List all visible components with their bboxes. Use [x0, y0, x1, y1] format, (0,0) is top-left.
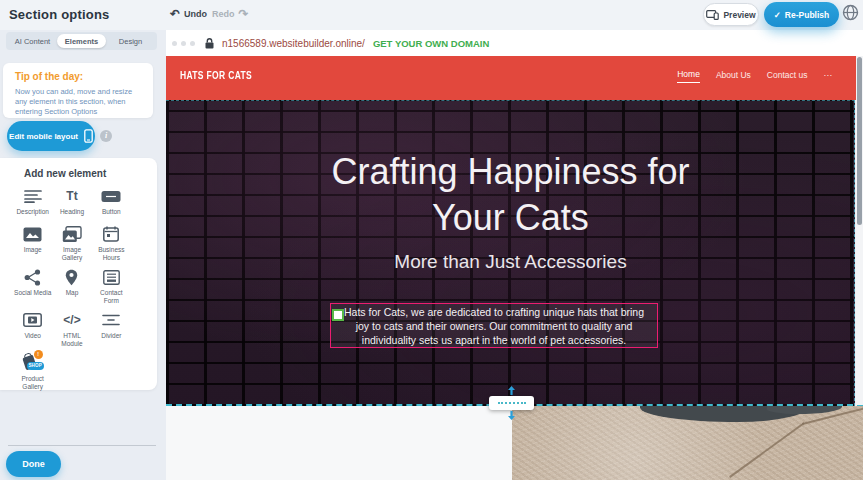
edit-mobile-layout-button[interactable]: Edit mobile layout — [7, 121, 95, 151]
browser-dot — [190, 41, 195, 46]
element-item-business-hours[interactable]: Business Hours — [92, 224, 131, 262]
element-label: HTML Module — [52, 332, 91, 348]
element-item-video[interactable]: Video — [13, 310, 52, 348]
top-bar: Section options ↶ Undo Redo ↷ Preview ✓ … — [0, 0, 863, 30]
edit-mobile-layout-label: Edit mobile layout — [9, 132, 78, 141]
site-nav: Home About Us Contact us ⋯ — [677, 69, 832, 83]
description-icon — [24, 186, 42, 206]
hero-title-line1: Crafting Happiness for — [166, 149, 855, 195]
drag-handle[interactable] — [332, 309, 344, 321]
preview-button[interactable]: Preview — [703, 3, 759, 26]
globe-icon — [842, 4, 859, 21]
nav-home[interactable]: Home — [677, 69, 700, 83]
tab-elements[interactable]: Elements — [57, 34, 106, 48]
tip-title: Tip of the day: — [15, 71, 141, 82]
panel-tabs: AI Content Elements Design — [6, 32, 157, 50]
image-gallery-icon — [62, 224, 82, 244]
get-own-domain-link[interactable]: GET YOUR OWN DOMAIN — [373, 38, 489, 49]
tip-of-the-day-card: Tip of the day: Now you can add, move an… — [3, 63, 153, 118]
hero-paragraph: Hats for Cats, we are dedicated to craft… — [331, 305, 657, 347]
element-item-product-gallery[interactable]: SHOP ! Product Gallery — [13, 353, 52, 391]
next-section-image[interactable] — [512, 406, 863, 480]
undo-label: Undo — [184, 9, 207, 19]
html-module-icon: </> — [63, 310, 80, 330]
check-icon: ✓ — [774, 10, 781, 20]
element-item-heading[interactable]: Tt Heading — [52, 186, 91, 219]
site-url[interactable]: n1566589.websitebuilder.online/ — [222, 38, 365, 49]
cat-silhouette-tail — [767, 406, 842, 414]
element-label: Button — [102, 208, 121, 216]
tab-ai-content[interactable]: AI Content — [8, 34, 57, 48]
browser-dot — [172, 41, 177, 46]
product-gallery-icon: SHOP ! — [21, 353, 45, 373]
element-item-map[interactable]: Map — [52, 267, 91, 305]
business-hours-icon — [103, 224, 119, 244]
resize-arrow-up-icon — [507, 386, 516, 395]
nav-more-icon[interactable]: ⋯ — [824, 70, 833, 83]
undo-icon: ↶ — [170, 8, 180, 20]
element-item-image-gallery[interactable]: Image Gallery — [52, 224, 91, 262]
panel-divider — [8, 445, 156, 446]
add-element-card: Add new element Description Tt Heading B… — [0, 158, 157, 390]
element-label: Map — [66, 289, 79, 297]
map-pin-icon — [65, 267, 78, 287]
element-label: Video — [24, 332, 41, 340]
add-element-title: Add new element — [24, 168, 106, 179]
hero-section[interactable]: Crafting Happiness for Your Cats More th… — [166, 100, 855, 406]
selected-text-element[interactable]: Hats for Cats, we are dedicated to craft… — [330, 303, 658, 348]
contact-form-icon — [103, 267, 120, 287]
element-label: Social Media — [14, 289, 51, 297]
element-item-description[interactable]: Description — [13, 186, 52, 219]
resize-arrow-down-icon — [507, 411, 516, 420]
element-label: Image — [24, 246, 42, 254]
tab-design[interactable]: Design — [106, 34, 155, 48]
image-icon — [23, 224, 42, 244]
browser-dot — [181, 41, 186, 46]
section-right-border — [854, 100, 855, 406]
hero-title-line2: Your Cats — [166, 195, 855, 241]
browser-bar: n1566589.websitebuilder.online/ GET YOUR… — [166, 30, 863, 56]
redo-label: Redo — [212, 9, 235, 19]
element-item-button[interactable]: Button — [92, 186, 131, 219]
site-logo[interactable]: HATS FOR CATS — [180, 70, 252, 81]
republish-label: Re-Publish — [785, 10, 829, 20]
element-label: Business Hours — [92, 246, 131, 262]
preview-label: Preview — [723, 10, 755, 20]
element-item-html-module[interactable]: </> HTML Module — [52, 310, 91, 348]
redo-button[interactable]: Redo ↷ — [212, 5, 249, 23]
scrollbar-thumb[interactable] — [857, 57, 862, 225]
button-icon — [101, 186, 121, 206]
hero-title[interactable]: Crafting Happiness for Your Cats — [166, 149, 855, 241]
element-label: Contact Form — [92, 289, 131, 305]
element-label: Image Gallery — [52, 246, 91, 262]
heading-icon: Tt — [66, 186, 77, 206]
element-item-divider[interactable]: Divider — [92, 310, 131, 348]
new-badge-icon: ! — [34, 350, 43, 359]
element-item-image[interactable]: Image — [13, 224, 52, 262]
element-item-contact-form[interactable]: Contact Form — [92, 267, 131, 305]
done-button[interactable]: Done — [6, 451, 61, 477]
pavement-crack — [729, 422, 804, 477]
section-resize-handle[interactable] — [489, 396, 534, 410]
site-header: HATS FOR CATS Home About Us Contact us ⋯ — [166, 56, 856, 100]
hero-subtitle[interactable]: More than Just Accessories — [166, 251, 855, 273]
element-item-social-media[interactable]: Social Media — [13, 267, 52, 305]
social-media-icon — [24, 267, 41, 287]
info-icon[interactable]: i — [100, 130, 112, 142]
undo-button[interactable]: ↶ Undo — [170, 5, 207, 23]
nav-contact-us[interactable]: Contact us — [767, 70, 808, 83]
next-section-blank[interactable] — [166, 406, 512, 480]
nav-about-us[interactable]: About Us — [716, 70, 751, 83]
element-label: Divider — [101, 332, 121, 340]
language-globe-button[interactable] — [842, 4, 859, 21]
redo-icon: ↷ — [239, 8, 249, 20]
phone-icon — [84, 129, 93, 143]
divider-icon — [102, 310, 120, 330]
preview-devices-icon — [706, 10, 719, 20]
section-options-panel: AI Content Elements Design Tip of the da… — [0, 30, 166, 480]
element-label: Description — [16, 208, 49, 216]
tip-body: Now you can add, move and resize any ele… — [15, 87, 141, 117]
resize-handle-dots — [498, 402, 526, 404]
republish-button[interactable]: ✓ Re-Publish — [764, 2, 839, 27]
element-grid: Description Tt Heading Button Image — [13, 186, 131, 391]
